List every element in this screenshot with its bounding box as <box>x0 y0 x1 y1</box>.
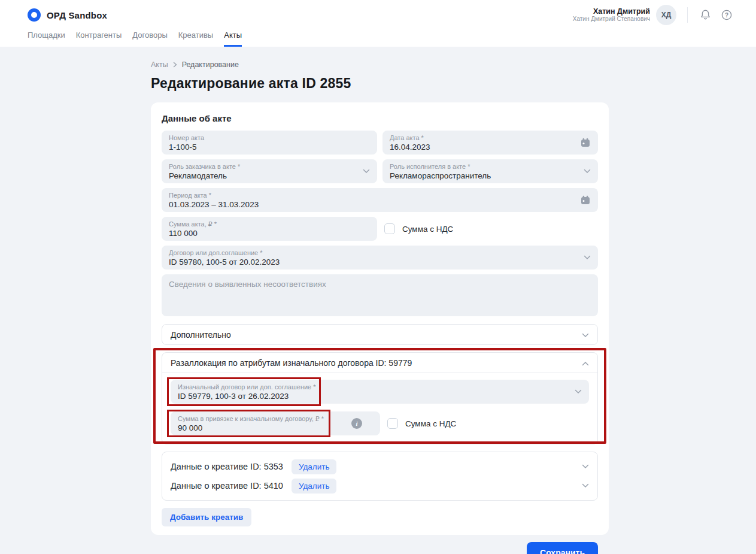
breadcrumb: Акты Редактирование <box>151 60 609 69</box>
act-date-value: 16.04.2023 <box>390 142 591 153</box>
calendar-icon[interactable] <box>580 195 591 205</box>
user-full-name: Хатин Дмитрий Степанович <box>573 16 650 23</box>
reallocation-panel-title: Разаллокация по атрибутам изначального д… <box>171 358 412 368</box>
creative-row: Данные о креативе ID: 5410 Удалить <box>171 476 589 495</box>
chevron-down-icon <box>584 169 591 174</box>
initial-contract-label: Изначальный договор или доп. соглашение … <box>178 383 582 391</box>
initial-contract-value: ID 59779, 100-3 от 26.02.2023 <box>178 391 582 402</box>
calendar-icon[interactable] <box>580 137 591 148</box>
reallocation-panel: Разаллокация по атрибутам изначального д… <box>162 352 598 444</box>
nav-tab-akty[interactable]: Акты <box>224 31 242 47</box>
additional-panel: Дополнительно <box>162 324 598 345</box>
header-divider <box>687 7 688 23</box>
app-logo-icon <box>28 8 41 22</box>
act-date-label: Дата акта * <box>390 134 591 142</box>
chevron-down-icon <box>582 329 589 340</box>
linked-amount-field[interactable]: Сумма в привязке к изначальному договору… <box>171 411 380 435</box>
page-title: Редактирование акта ID 2855 <box>151 75 609 92</box>
main-nav: Площадки Контрагенты Договоры Креативы А… <box>0 28 756 47</box>
contract-select[interactable]: Договор или доп.соглашение * ID 59780, 1… <box>162 246 598 270</box>
user-name: Хатин Дмитрий <box>573 7 650 16</box>
top-bar: ОРД Sandbox Хатин Дмитрий Хатин Дмитрий … <box>0 0 756 47</box>
realloc-vat-checkbox-label: Сумма с НДС <box>405 419 456 428</box>
executor-role-select[interactable]: Роль исполнителя в акте * Рекламораспрос… <box>382 159 598 183</box>
executor-role-label: Роль исполнителя в акте * <box>390 162 591 171</box>
chevron-down-icon <box>363 169 370 174</box>
notifications-bell-icon[interactable] <box>699 8 712 22</box>
act-amount-label: Сумма акта, ₽ * <box>169 220 370 228</box>
realloc-vat-checkbox[interactable] <box>387 418 398 429</box>
chevron-down-icon[interactable] <box>582 483 589 488</box>
breadcrumb-chevron-icon <box>173 62 177 68</box>
vat-checkbox-label: Сумма с НДС <box>402 225 453 234</box>
delete-creative-button[interactable]: Удалить <box>292 459 337 474</box>
main-content: Акты Редактирование Редактирование акта … <box>0 47 609 554</box>
nav-tab-kreativy[interactable]: Креативы <box>178 31 213 47</box>
act-date-field[interactable]: Дата акта * 16.04.2023 <box>382 131 598 155</box>
act-amount-value: 110 000 <box>169 228 370 239</box>
initial-contract-select[interactable]: Изначальный договор или доп. соглашение … <box>171 380 589 404</box>
avatar[interactable]: ХД <box>656 5 676 25</box>
act-number-value: 1-100-5 <box>169 142 370 153</box>
act-period-label: Период акта * <box>169 191 591 199</box>
user-block[interactable]: Хатин Дмитрий Хатин Дмитрий Степанович <box>573 7 650 23</box>
executor-role-value: Рекламораспространитель <box>390 171 591 181</box>
creative-title: Данные о креативе ID: 5410 <box>171 481 283 491</box>
creatives-panel: Данные о креативе ID: 5353 Удалить Данны… <box>162 452 598 501</box>
act-number-label: Номер акта <box>169 134 370 142</box>
linked-amount-value: 90 000 <box>178 423 373 434</box>
chevron-up-icon <box>582 358 589 368</box>
help-question-icon[interactable]: ? <box>720 8 733 22</box>
contract-label: Договор или доп.соглашение * <box>169 249 591 257</box>
breadcrumb-current: Редактирование <box>182 60 239 69</box>
linked-amount-label: Сумма в привязке к изначальному договору… <box>178 414 373 423</box>
svg-text:?: ? <box>725 12 728 19</box>
discrepancies-textarea[interactable]: Сведения о выявленных несоответствиях <box>162 274 598 316</box>
creative-row: Данные о креативе ID: 5353 Удалить <box>171 457 589 476</box>
customer-role-value: Рекламодатель <box>169 171 370 181</box>
chevron-down-icon <box>575 389 582 394</box>
contract-value: ID 59780, 100-5 от 20.02.2023 <box>169 257 591 268</box>
app-title: ОРД Sandbox <box>47 10 107 20</box>
additional-panel-title: Дополнительно <box>171 330 231 340</box>
creative-title: Данные о креативе ID: 5353 <box>171 462 283 471</box>
nav-tab-ploshchadki[interactable]: Площадки <box>28 31 65 47</box>
act-number-field[interactable]: Номер акта 1-100-5 <box>162 131 377 155</box>
act-amount-field[interactable]: Сумма акта, ₽ * 110 000 <box>162 217 377 241</box>
additional-panel-header[interactable]: Дополнительно <box>162 325 597 344</box>
delete-creative-button[interactable]: Удалить <box>292 479 337 494</box>
vat-checkbox[interactable] <box>384 223 395 234</box>
chevron-down-icon[interactable] <box>582 464 589 469</box>
nav-tab-kontragenty[interactable]: Контрагенты <box>76 31 122 47</box>
act-period-value: 01.03.2023 – 31.03.2023 <box>169 199 591 210</box>
reallocation-panel-header[interactable]: Разаллокация по атрибутам изначального д… <box>162 353 597 373</box>
info-icon[interactable]: i <box>351 418 362 429</box>
chevron-down-icon <box>584 255 591 260</box>
breadcrumb-acts-link[interactable]: Акты <box>151 60 168 69</box>
discrepancies-placeholder: Сведения о выявленных несоответствиях <box>169 280 326 289</box>
save-button[interactable]: Сохранить <box>527 542 598 554</box>
customer-role-label: Роль заказчика в акте * <box>169 162 370 171</box>
nav-tab-dogovory[interactable]: Договоры <box>132 31 167 47</box>
customer-role-select[interactable]: Роль заказчика в акте * Рекламодатель <box>162 159 377 183</box>
add-creative-button[interactable]: Добавить креатив <box>162 508 251 526</box>
section-title-act-data: Данные об акте <box>162 113 598 123</box>
act-form-card: Данные об акте Номер акта 1-100-5 Дата а… <box>151 102 609 535</box>
act-period-field[interactable]: Период акта * 01.03.2023 – 31.03.2023 <box>162 188 598 212</box>
